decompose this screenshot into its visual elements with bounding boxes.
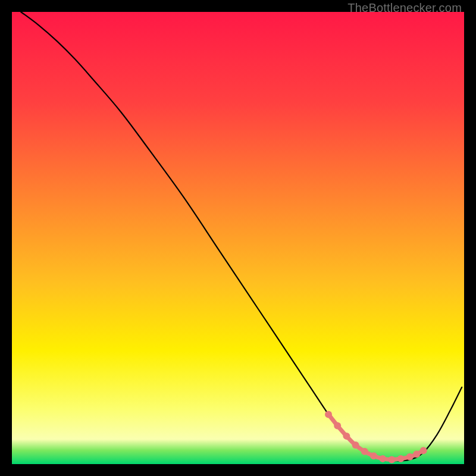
highlight-dot — [379, 455, 386, 462]
highlight-dot — [370, 452, 377, 459]
gradient-background — [12, 12, 464, 464]
chart-frame — [12, 12, 464, 464]
highlight-dot — [343, 433, 350, 440]
bottleneck-chart — [12, 12, 464, 464]
highlight-dot — [420, 447, 427, 454]
highlight-dot — [397, 455, 405, 462]
highlight-dot — [361, 448, 368, 455]
highlight-dot — [325, 411, 332, 418]
highlight-dot — [352, 441, 359, 449]
highlight-dot — [413, 450, 420, 458]
highlight-dot — [388, 456, 395, 463]
highlight-dot — [334, 422, 341, 429]
watermark: TheBottlenecker.com — [347, 1, 462, 15]
highlight-dot — [406, 453, 414, 461]
